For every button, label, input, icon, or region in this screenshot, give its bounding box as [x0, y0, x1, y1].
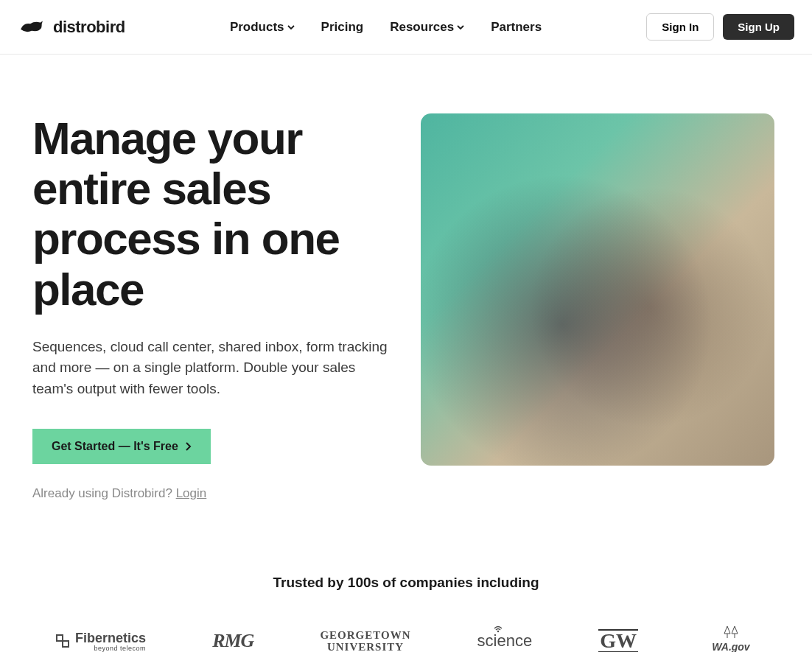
- chevron-right-icon: [186, 442, 192, 451]
- nav-partners[interactable]: Partners: [491, 20, 542, 35]
- logo-gw: GW: [598, 626, 638, 652]
- trusted-section: Trusted by 100s of companies including F…: [0, 530, 812, 652]
- bird-icon: [18, 17, 46, 38]
- hero-image: [421, 113, 774, 466]
- hero-content: Manage your entire sales process in one …: [32, 113, 391, 501]
- nav-resources[interactable]: Resources: [390, 20, 464, 35]
- nav-products-label: Products: [230, 20, 284, 35]
- cta-button[interactable]: Get Started — It's Free: [32, 429, 211, 464]
- gw-text: GW: [598, 629, 638, 652]
- login-prompt: Already using Distrobird? Login: [32, 486, 391, 501]
- logo[interactable]: distrobird: [18, 17, 125, 38]
- hero-image-overlay: [421, 113, 774, 466]
- logo-rmg: RMG: [212, 626, 253, 652]
- logo-wa: WA.gov THE EVERGREEN STATE: [704, 625, 757, 652]
- trusted-title: Trusted by 100s of companies including: [32, 575, 780, 591]
- cta-label: Get Started — It's Free: [52, 440, 178, 453]
- hero-section: Manage your entire sales process in one …: [0, 55, 812, 530]
- svg-point-0: [497, 631, 498, 632]
- brand-name: distrobird: [53, 18, 125, 37]
- hero-image-wrap: [421, 113, 780, 466]
- wifi-icon: [493, 623, 503, 633]
- georgetown-line1: GEORGETOWN: [320, 629, 410, 642]
- signup-button[interactable]: Sign Up: [723, 14, 794, 40]
- fibernetics-sub: beyond telecom: [75, 645, 146, 652]
- nav-partners-label: Partners: [491, 20, 542, 35]
- login-prompt-text: Already using Distrobird?: [32, 486, 176, 500]
- nav-pricing-label: Pricing: [321, 20, 364, 35]
- main-nav: Products Pricing Resources Partners: [230, 20, 542, 35]
- signin-button[interactable]: Sign In: [646, 13, 714, 41]
- fibernetics-icon: [55, 633, 71, 649]
- logo-science: science: [477, 626, 533, 652]
- georgetown-line2: UNIVERSITY: [327, 641, 404, 652]
- fibernetics-text: Fibernetics: [75, 631, 146, 645]
- header: distrobird Products Pricing Resources Pa…: [0, 0, 812, 55]
- auth-buttons: Sign In Sign Up: [646, 13, 794, 41]
- login-link[interactable]: Login: [176, 486, 207, 500]
- company-logos: Fibernetics beyond telecom RMG GEORGETOW…: [32, 625, 780, 652]
- nav-resources-label: Resources: [390, 20, 454, 35]
- chevron-down-icon: [287, 24, 295, 31]
- hero-subtitle: Sequences, cloud call center, shared inb…: [32, 337, 391, 400]
- hero-title: Manage your entire sales process in one …: [32, 113, 391, 315]
- nav-products[interactable]: Products: [230, 20, 295, 35]
- logo-georgetown: GEORGETOWN UNIVERSITY: [320, 626, 410, 652]
- chevron-down-icon: [457, 24, 464, 31]
- nav-pricing[interactable]: Pricing: [321, 20, 364, 35]
- wa-text: WA.gov: [712, 641, 749, 652]
- logo-fibernetics: Fibernetics beyond telecom: [55, 626, 146, 652]
- wa-tree-icon: [720, 625, 742, 641]
